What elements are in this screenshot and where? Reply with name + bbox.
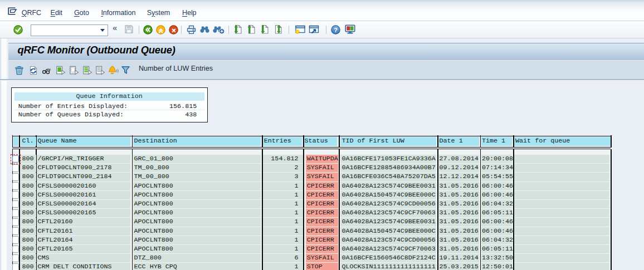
svg-text:?: ? xyxy=(334,26,338,33)
